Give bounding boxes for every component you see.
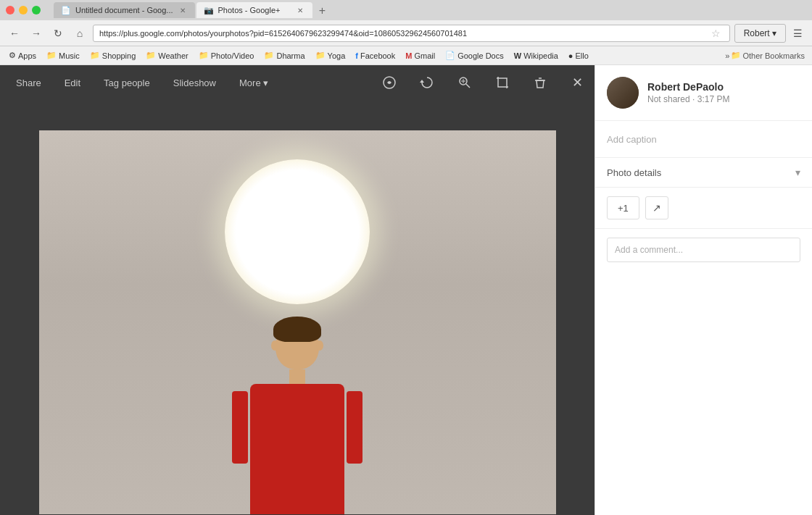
photo-details-label: Photo details bbox=[607, 167, 661, 178]
boy-hair bbox=[273, 317, 321, 342]
folder-icon-other: 📁 bbox=[731, 51, 741, 60]
user-name: Robert DePaolo bbox=[647, 81, 800, 93]
bookmark-google-docs[interactable]: 📄 Google Docs bbox=[441, 49, 508, 62]
boy-ear-right bbox=[316, 340, 323, 351]
bookmark-apps-label: Apps bbox=[18, 51, 36, 60]
bookmark-photo-video[interactable]: 📁 Photo/Video bbox=[194, 49, 259, 62]
tab-title-doc: Untitled document - Goog... bbox=[75, 6, 173, 14]
bookmark-ello[interactable]: ● Ello bbox=[564, 50, 593, 62]
svg-line-3 bbox=[466, 84, 470, 88]
slideshow-button[interactable]: Slideshow bbox=[169, 75, 220, 91]
bookmark-ello-label: Ello bbox=[575, 51, 588, 60]
extensions-button[interactable]: ☰ bbox=[789, 25, 806, 42]
folder-icon-yoga: 📁 bbox=[315, 51, 326, 60]
bookmarks-bar: ⚙ Apps 📁 Music 📁 Shopping 📁 Weather 📁 Ph… bbox=[0, 46, 812, 65]
maximize-window-button[interactable] bbox=[32, 6, 41, 14]
tab-untitled-doc[interactable]: 📄 Untitled document - Goog... ✕ bbox=[54, 2, 195, 18]
reload-button[interactable]: ↻ bbox=[49, 25, 67, 42]
tag-people-button[interactable]: Tag people bbox=[99, 75, 154, 91]
bookmark-dharma[interactable]: 📁 Dharma bbox=[260, 49, 309, 62]
plus-one-button[interactable]: +1 bbox=[607, 196, 639, 219]
photo-details-section[interactable]: Photo details ▾ bbox=[595, 158, 812, 188]
address-bar[interactable]: https://plus.google.com/photos/yourphoto… bbox=[93, 25, 730, 42]
tab-photos[interactable]: 📷 Photos - Google+ ✕ bbox=[196, 2, 312, 18]
svg-marker-1 bbox=[420, 80, 424, 83]
bookmark-gmail[interactable]: M Gmail bbox=[401, 50, 439, 62]
bookmark-gmail-label: Gmail bbox=[414, 51, 435, 60]
folder-icon: 📁 bbox=[46, 51, 57, 60]
auto-enhance-icon[interactable] bbox=[378, 71, 401, 94]
bookmark-weather[interactable]: 📁 Weather bbox=[141, 49, 192, 62]
avatar-image bbox=[607, 77, 639, 109]
apps-icon: ⚙ bbox=[9, 51, 16, 60]
bookmark-star-button[interactable]: ☆ bbox=[709, 26, 724, 41]
edit-button[interactable]: Edit bbox=[60, 75, 85, 91]
folder-icon-photo: 📁 bbox=[199, 51, 209, 60]
bookmark-facebook[interactable]: f Facebook bbox=[351, 50, 399, 62]
caption-area[interactable]: Add caption bbox=[595, 121, 812, 158]
tab-favicon-photos: 📷 bbox=[204, 5, 214, 15]
more-button[interactable]: More ▾ bbox=[235, 75, 273, 91]
rotate-icon[interactable] bbox=[415, 71, 439, 94]
gmail-icon: M bbox=[405, 51, 412, 60]
google-docs-icon: 📄 bbox=[445, 51, 455, 60]
nav-right: Robert ▾ ☰ bbox=[734, 24, 806, 43]
bookmark-dharma-label: Dharma bbox=[276, 51, 304, 60]
bookmark-shopping-label: Shopping bbox=[102, 51, 136, 60]
boy-arm-left bbox=[232, 391, 248, 464]
tab-close-photos[interactable]: ✕ bbox=[295, 5, 305, 15]
folder-icon-shopping: 📁 bbox=[90, 51, 100, 60]
caption-placeholder[interactable]: Add caption bbox=[607, 134, 657, 145]
folder-icon-dharma: 📁 bbox=[264, 51, 274, 60]
share-action-button[interactable]: ↗ bbox=[645, 196, 668, 219]
user-info-section: Robert DePaolo Not shared · 3:17 PM bbox=[595, 65, 812, 121]
nav-bar: ← → ↻ ⌂ https://plus.google.com/photos/y… bbox=[0, 20, 812, 46]
user-details: Robert DePaolo Not shared · 3:17 PM bbox=[647, 81, 800, 104]
delete-icon[interactable] bbox=[529, 71, 552, 94]
bookmark-yoga-label: Yoga bbox=[328, 51, 346, 60]
actions-area: +1 ↗ bbox=[595, 188, 812, 229]
share-button[interactable]: Share bbox=[12, 75, 46, 91]
new-tab-button[interactable]: + bbox=[314, 4, 331, 18]
bookmark-shopping[interactable]: 📁 Shopping bbox=[86, 49, 141, 62]
tabs-area: 📄 Untitled document - Goog... ✕ 📷 Photos… bbox=[54, 2, 806, 18]
home-button[interactable]: ⌂ bbox=[71, 25, 88, 42]
close-window-button[interactable] bbox=[6, 6, 14, 14]
boy-head bbox=[276, 322, 319, 369]
facebook-icon: f bbox=[355, 51, 358, 60]
photo-toolbar: Share Edit Tag people Slideshow More ▾ ✕ bbox=[0, 65, 594, 100]
comment-area bbox=[595, 229, 812, 271]
bookmark-wikipedia-label: Wikipedia bbox=[523, 51, 558, 60]
zoom-icon[interactable] bbox=[453, 71, 476, 94]
profile-button[interactable]: Robert ▾ bbox=[734, 24, 786, 43]
boy-ear-left bbox=[271, 340, 278, 351]
minimize-window-button[interactable] bbox=[19, 6, 28, 14]
boy-body bbox=[250, 384, 344, 514]
main-area: Share Edit Tag people Slideshow More ▾ ✕ bbox=[0, 65, 812, 515]
close-viewer-button[interactable]: ✕ bbox=[572, 75, 583, 91]
bookmark-apps[interactable]: ⚙ Apps bbox=[4, 49, 41, 62]
other-bookmarks-label: Other Bookmarks bbox=[742, 51, 805, 60]
crop-icon[interactable] bbox=[491, 71, 514, 94]
photo-viewer: Share Edit Tag people Slideshow More ▾ ✕ bbox=[0, 65, 594, 515]
tab-title-photos: Photos - Google+ bbox=[218, 6, 291, 14]
bookmark-photo-video-label: Photo/Video bbox=[211, 51, 254, 60]
tab-favicon-doc: 📄 bbox=[61, 5, 71, 15]
bookmark-google-docs-label: Google Docs bbox=[457, 51, 504, 60]
bookmark-music-label: Music bbox=[59, 51, 80, 60]
bookmark-wikipedia[interactable]: W Wikipedia bbox=[510, 50, 563, 62]
bookmark-yoga[interactable]: 📁 Yoga bbox=[311, 49, 350, 62]
tab-close-doc[interactable]: ✕ bbox=[178, 5, 188, 15]
bookmarks-more-button[interactable]: » 📁 Other Bookmarks bbox=[722, 49, 808, 62]
comment-input[interactable] bbox=[607, 238, 800, 262]
folder-icon-weather: 📁 bbox=[146, 51, 156, 60]
forward-button[interactable]: → bbox=[28, 25, 45, 42]
boy-arms bbox=[232, 391, 362, 464]
bookmark-music[interactable]: 📁 Music bbox=[42, 49, 84, 62]
url-text: https://plus.google.com/photos/yourphoto… bbox=[99, 29, 709, 38]
boy-arm-right bbox=[347, 391, 362, 464]
user-meta: Not shared · 3:17 PM bbox=[647, 94, 800, 104]
window-controls bbox=[6, 6, 41, 14]
back-button[interactable]: ← bbox=[6, 25, 23, 42]
photo-canvas bbox=[39, 130, 556, 514]
